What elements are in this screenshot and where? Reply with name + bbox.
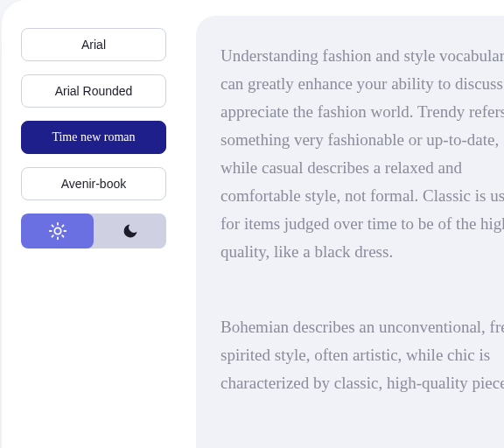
svg-line-3 [52,226,52,227]
font-label: Arial [81,38,106,52]
font-option-arial[interactable]: Arial [21,28,166,61]
font-option-avenir-book[interactable]: Avenir-book [21,167,166,200]
sun-icon [48,221,67,241]
moon-icon [122,222,139,240]
theme-toggle[interactable] [21,214,166,248]
font-label: Arial Rounded [55,84,133,98]
preview-paragraph-2: Bohemian describes an unconventional, fr… [220,313,504,397]
app-card: Arial Arial Rounded Time new roman Aveni… [2,0,504,448]
font-option-arial-rounded[interactable]: Arial Rounded [21,74,166,108]
text-preview-panel: Understanding fashion and style vocabula… [196,16,504,448]
svg-line-4 [62,235,63,236]
svg-line-8 [62,226,63,227]
font-label: Avenir-book [61,177,126,191]
theme-dark-option[interactable] [94,214,166,248]
font-option-times-new-roman[interactable]: Time new roman [21,121,166,154]
preview-text: Understanding fashion and style vocabula… [220,42,504,397]
preview-paragraph-1: Understanding fashion and style vocabula… [220,42,504,266]
theme-light-option[interactable] [21,214,94,248]
svg-line-7 [52,235,52,236]
svg-point-0 [54,228,60,234]
font-sidebar: Arial Arial Rounded Time new roman Aveni… [21,28,166,248]
font-label: Time new roman [52,130,135,144]
